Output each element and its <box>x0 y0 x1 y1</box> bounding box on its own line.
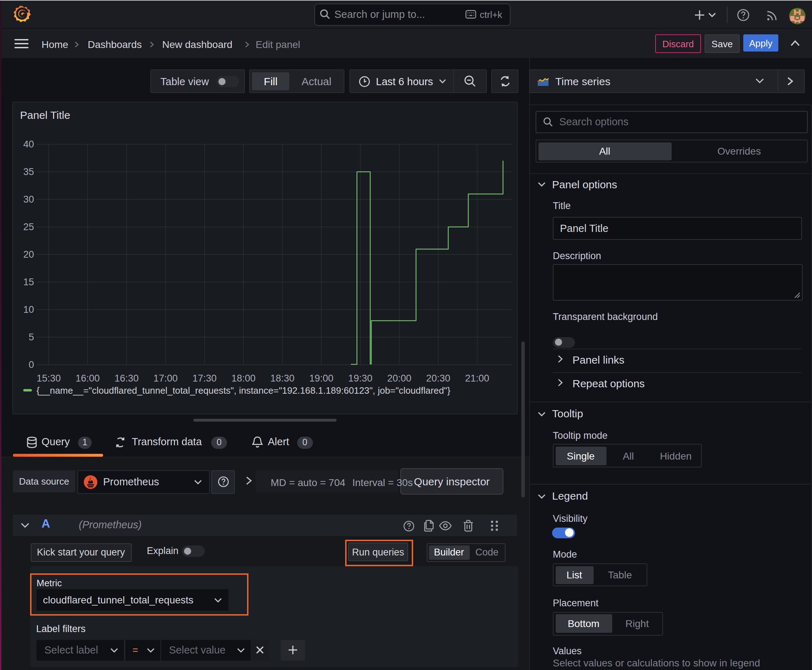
svg-text:21:00: 21:00 <box>465 373 490 384</box>
svg-text:16:30: 16:30 <box>115 373 139 384</box>
svg-text:15: 15 <box>23 277 34 288</box>
svg-text:30: 30 <box>23 194 34 205</box>
svg-text:18:30: 18:30 <box>270 373 295 384</box>
svg-text:20: 20 <box>23 249 34 260</box>
svg-text:19:30: 19:30 <box>348 373 373 384</box>
svg-text:5: 5 <box>29 332 34 342</box>
svg-text:25: 25 <box>23 222 34 232</box>
svg-text:17:30: 17:30 <box>192 373 217 384</box>
svg-text:18:00: 18:00 <box>231 373 256 384</box>
svg-text:19:00: 19:00 <box>309 373 334 384</box>
svg-text:10: 10 <box>23 304 34 315</box>
svg-text:35: 35 <box>23 166 34 177</box>
svg-text:40: 40 <box>23 139 34 150</box>
svg-text:{__name__="cloudflared_tunnel_: {__name__="cloudflared_tunnel_total_requ… <box>37 386 450 396</box>
svg-text:15:30: 15:30 <box>37 373 61 384</box>
svg-text:20:00: 20:00 <box>387 373 411 384</box>
svg-text:17:00: 17:00 <box>154 373 178 384</box>
svg-text:0: 0 <box>29 359 34 370</box>
svg-text:20:30: 20:30 <box>426 373 450 384</box>
svg-text:16:00: 16:00 <box>76 373 100 384</box>
